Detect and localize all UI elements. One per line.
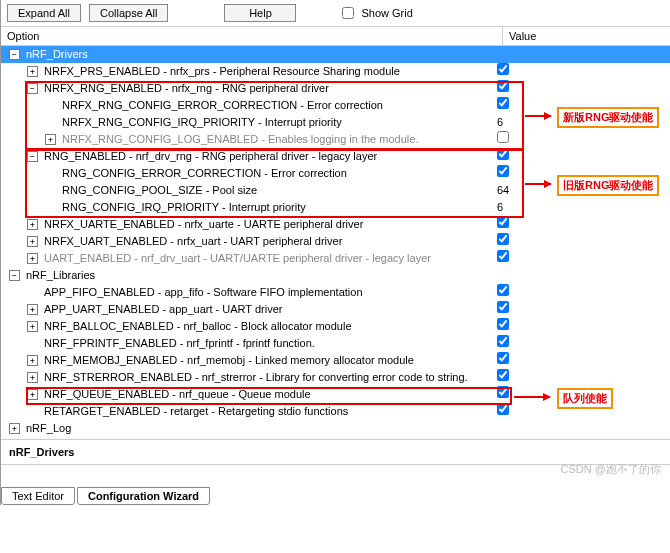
option-checkbox[interactable] <box>497 403 509 415</box>
annotation-old-rng: 旧版RNG驱动使能 <box>557 175 659 196</box>
tree-row[interactable]: −nRF_Libraries <box>1 267 670 284</box>
show-grid-toggle[interactable]: Show Grid <box>338 4 412 22</box>
option-checkbox[interactable] <box>497 284 509 296</box>
collapse-icon[interactable]: − <box>9 270 20 281</box>
tree-row-label: APP_UART_ENABLED - app_uart - UART drive… <box>42 301 282 318</box>
expand-icon[interactable]: + <box>27 372 38 383</box>
column-headers: Option Value <box>1 27 670 46</box>
show-grid-label: Show Grid <box>361 7 412 19</box>
show-grid-checkbox[interactable] <box>342 7 354 19</box>
option-checkbox[interactable] <box>497 80 509 92</box>
option-checkbox[interactable] <box>497 216 509 228</box>
expand-icon[interactable]: + <box>27 304 38 315</box>
watermark: CSDN @跑不了的你 <box>561 462 661 477</box>
tree-row[interactable]: RNG_CONFIG_IRQ_PRIORITY - Interrupt prio… <box>1 199 670 216</box>
tree-row[interactable]: +UART_ENABLED - nrf_drv_uart - UART/UART… <box>1 250 670 267</box>
value-cell[interactable] <box>497 284 537 301</box>
tree-row[interactable]: +nRF_Log <box>1 420 670 437</box>
tree-row-label: RNG_CONFIG_POOL_SIZE - Pool size <box>60 182 257 199</box>
expand-icon[interactable]: + <box>27 321 38 332</box>
tree-row[interactable]: +NRFX_UART_ENABLED - nrfx_uart - UART pe… <box>1 233 670 250</box>
tree-row[interactable]: +NRF_MEMOBJ_ENABLED - nrf_memobj - Linke… <box>1 352 670 369</box>
tree-row-label: nRF_Log <box>24 420 71 437</box>
option-checkbox[interactable] <box>497 301 509 313</box>
tree-row[interactable]: NRF_FPRINTF_ENABLED - nrf_fprintf - fpri… <box>1 335 670 352</box>
tab-configuration-wizard[interactable]: Configuration Wizard <box>77 487 210 505</box>
value-cell[interactable] <box>497 369 537 386</box>
tree-row-label: NRFX_UART_ENABLED - nrfx_uart - UART per… <box>42 233 342 250</box>
value-cell[interactable] <box>497 301 537 318</box>
option-checkbox[interactable] <box>497 148 509 160</box>
expand-icon[interactable]: + <box>27 355 38 366</box>
collapse-all-button[interactable]: Collapse All <box>89 4 168 22</box>
value-cell[interactable] <box>497 216 537 233</box>
value-cell[interactable] <box>497 63 537 80</box>
option-checkbox[interactable] <box>497 386 509 398</box>
tree-row-label: APP_FIFO_ENABLED - app_fifo - Software F… <box>42 284 363 301</box>
tree-row-label: NRF_FPRINTF_ENABLED - nrf_fprintf - fpri… <box>42 335 315 352</box>
option-checkbox[interactable] <box>497 318 509 330</box>
expand-icon[interactable]: + <box>27 236 38 247</box>
tree-row[interactable]: APP_FIFO_ENABLED - app_fifo - Software F… <box>1 284 670 301</box>
option-checkbox[interactable] <box>497 369 509 381</box>
value-cell[interactable] <box>497 165 537 182</box>
config-tree: −nRF_Drivers+NRFX_PRS_ENABLED - nrfx_prs… <box>1 46 670 437</box>
value-cell[interactable] <box>497 148 537 165</box>
tree-row[interactable]: +NRF_STRERROR_ENABLED - nrf_strerror - L… <box>1 369 670 386</box>
option-checkbox[interactable] <box>497 233 509 245</box>
value-cell[interactable]: 6 <box>497 199 537 216</box>
value-cell[interactable] <box>497 233 537 250</box>
bottom-tabs: Text Editor Configuration Wizard <box>1 487 670 505</box>
tree-row[interactable]: +NRFX_UARTE_ENABLED - nrfx_uarte - UARTE… <box>1 216 670 233</box>
expand-icon[interactable]: + <box>45 134 56 145</box>
annotation-queue: 队列使能 <box>557 388 613 409</box>
collapse-icon[interactable]: − <box>27 83 38 94</box>
tree-row[interactable]: −RNG_ENABLED - nrf_drv_rng - RNG periphe… <box>1 148 670 165</box>
value-cell[interactable] <box>497 97 537 114</box>
tree-row[interactable]: +NRFX_PRS_ENABLED - nrfx_prs - Periphera… <box>1 63 670 80</box>
expand-all-button[interactable]: Expand All <box>7 4 81 22</box>
option-checkbox[interactable] <box>497 250 509 262</box>
toolbar: Expand All Collapse All Help Show Grid <box>1 0 670 27</box>
option-checkbox[interactable] <box>497 335 509 347</box>
tree-row-label: NRF_MEMOBJ_ENABLED - nrf_memobj - Linked… <box>42 352 414 369</box>
tree-row-label: NRF_STRERROR_ENABLED - nrf_strerror - Li… <box>42 369 468 386</box>
value-cell[interactable] <box>497 250 537 267</box>
expand-icon[interactable]: + <box>27 66 38 77</box>
option-column-header[interactable]: Option <box>1 27 503 45</box>
value-cell[interactable] <box>497 352 537 369</box>
value-cell[interactable] <box>497 80 537 97</box>
value-cell[interactable] <box>497 131 537 148</box>
tree-row[interactable]: −nRF_Drivers <box>1 46 670 63</box>
tree-row-label: RNG_ENABLED - nrf_drv_rng - RNG peripher… <box>42 148 377 165</box>
value-cell[interactable] <box>497 335 537 352</box>
value-cell[interactable] <box>497 318 537 335</box>
value-column-header[interactable]: Value <box>503 27 670 45</box>
value-cell[interactable] <box>497 386 537 403</box>
tree-row-label: NRFX_UARTE_ENABLED - nrfx_uarte - UARTE … <box>42 216 363 233</box>
expand-icon[interactable]: + <box>9 423 20 434</box>
expand-icon[interactable]: + <box>27 389 38 400</box>
option-checkbox[interactable] <box>497 63 509 75</box>
tree-row-label: NRFX_PRS_ENABLED - nrfx_prs - Peripheral… <box>42 63 400 80</box>
help-button[interactable]: Help <box>224 4 296 22</box>
tree-row[interactable]: +NRFX_RNG_CONFIG_LOG_ENABLED - Enables l… <box>1 131 670 148</box>
collapse-icon[interactable]: − <box>27 151 38 162</box>
option-checkbox[interactable] <box>497 97 509 109</box>
collapse-icon[interactable]: − <box>9 49 20 60</box>
tree-row[interactable]: +APP_UART_ENABLED - app_uart - UART driv… <box>1 301 670 318</box>
tree-row-label: UART_ENABLED - nrf_drv_uart - UART/UARTE… <box>42 250 431 267</box>
tree-row-label: NRF_QUEUE_ENABLED - nrf_queue - Queue mo… <box>42 386 311 403</box>
arrow-queue <box>514 396 550 398</box>
tree-row-label: RNG_CONFIG_ERROR_CORRECTION - Error corr… <box>60 165 347 182</box>
expand-icon[interactable]: + <box>27 253 38 264</box>
option-checkbox[interactable] <box>497 131 509 143</box>
tree-row[interactable]: +NRF_BALLOC_ENABLED - nrf_balloc - Block… <box>1 318 670 335</box>
tab-text-editor[interactable]: Text Editor <box>1 487 75 505</box>
arrow-new-rng <box>525 115 551 117</box>
value-cell[interactable] <box>497 403 537 420</box>
expand-icon[interactable]: + <box>27 219 38 230</box>
option-checkbox[interactable] <box>497 165 509 177</box>
option-checkbox[interactable] <box>497 352 509 364</box>
tree-row[interactable]: −NRFX_RNG_ENABLED - nrfx_rng - RNG perip… <box>1 80 670 97</box>
